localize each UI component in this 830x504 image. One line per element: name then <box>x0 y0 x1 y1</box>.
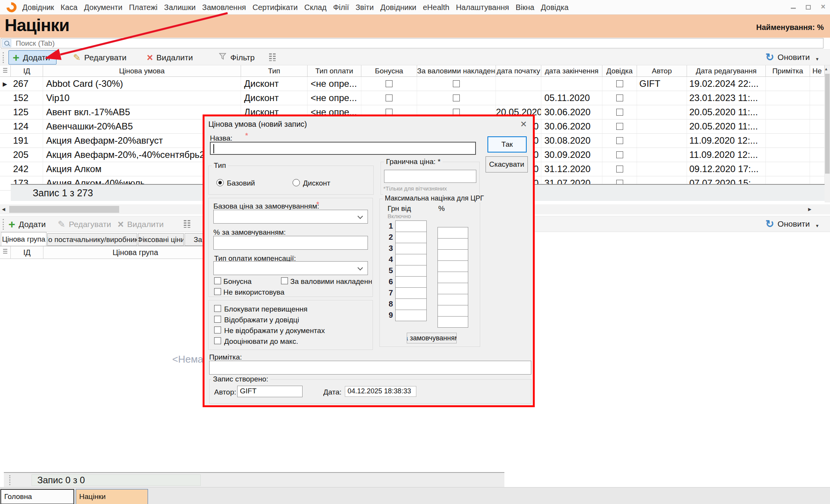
checkbox-not-used[interactable] <box>214 288 221 295</box>
scroll-up-icon[interactable]: ▴ <box>825 66 827 71</box>
crg-input-pct[interactable] <box>437 238 468 250</box>
checkbox-bonus[interactable] <box>386 94 393 101</box>
tab-2[interactable]: По постачальнику/виробнику <box>47 233 137 246</box>
base-price-combobox[interactable] <box>213 210 368 224</box>
crg-input-grn[interactable] <box>395 232 427 243</box>
column-header-id[interactable]: ІД <box>11 246 43 259</box>
checkbox-ref[interactable] <box>616 166 623 172</box>
search-icon[interactable] <box>2 39 11 47</box>
column-header-author[interactable]: Автор <box>637 65 687 76</box>
columns-button[interactable] <box>269 53 276 61</box>
crg-input-grn[interactable] <box>395 220 427 232</box>
date-input[interactable]: 04.12.2025 18:38:33 <box>345 386 416 397</box>
menu-item[interactable]: Документи <box>84 3 123 12</box>
checkbox-ref[interactable] <box>616 109 623 116</box>
menu-item[interactable]: Довідники <box>380 3 416 12</box>
checkbox-revalue-max[interactable] <box>214 337 221 344</box>
crg-default-button[interactable]: а замовчуванням <box>407 333 457 343</box>
column-header-gross[interactable]: За валовими накладенн... <box>417 65 496 76</box>
crg-input-grn[interactable] <box>395 310 427 321</box>
radio-discount[interactable] <box>293 179 300 186</box>
column-header-ds[interactable]: дата початку <box>496 65 541 76</box>
window-tab-Націнки[interactable]: Націнки <box>76 489 148 504</box>
crg-input-pct[interactable] <box>437 260 468 272</box>
menu-item[interactable]: eHealth <box>423 3 449 12</box>
dialog-close-icon[interactable]: × <box>521 118 527 130</box>
edit-button-bottom[interactable]: ✎ Редагувати <box>58 217 111 231</box>
menu-item[interactable]: Філії <box>333 3 349 12</box>
close-icon[interactable]: × <box>821 3 825 10</box>
menu-item[interactable]: Довідник <box>22 3 54 12</box>
search-input[interactable] <box>1 38 823 48</box>
column-header-bonus[interactable]: Бонусна <box>361 65 417 76</box>
column-header-pay[interactable]: Тип оплати <box>308 65 361 76</box>
delete-button[interactable]: × Видалити <box>147 50 193 65</box>
edit-button[interactable]: ✎ Редагувати <box>73 50 126 65</box>
scrollbar-thumb[interactable] <box>9 206 119 213</box>
crg-input-pct[interactable] <box>437 305 468 317</box>
crg-input-pct[interactable] <box>437 294 468 305</box>
name-input[interactable] <box>210 142 476 155</box>
checkbox-ref[interactable] <box>616 94 623 101</box>
ok-button[interactable]: Так <box>487 136 527 153</box>
tab-1[interactable]: Цінова група <box>1 232 47 246</box>
checkbox-ref[interactable] <box>616 123 623 130</box>
delete-button-bottom[interactable]: × Видалити <box>118 217 164 231</box>
scroll-right-icon[interactable]: ▸ <box>808 205 812 213</box>
crg-input-grn[interactable] <box>395 254 427 265</box>
refresh-button-bottom[interactable]: ↻ Оновити ▾ <box>765 219 818 229</box>
column-header-ne[interactable]: Не <box>810 65 825 76</box>
menu-item[interactable]: Замовлення <box>202 3 246 12</box>
author-input[interactable]: GIFT <box>237 386 303 397</box>
column-header-edited[interactable]: Дата редагування <box>687 65 766 76</box>
column-header-name[interactable]: Цінова умова <box>43 65 241 76</box>
radio-base[interactable] <box>216 179 224 186</box>
checkbox-gross[interactable] <box>281 277 288 284</box>
column-header-note[interactable]: Примітка <box>766 65 810 76</box>
note-input[interactable] <box>209 361 531 375</box>
menu-item[interactable]: Звіти <box>356 3 374 12</box>
checkbox-bonus[interactable] <box>386 80 393 87</box>
chevron-down-icon[interactable]: ▾ <box>816 56 818 62</box>
crg-input-grn[interactable] <box>395 287 427 299</box>
pay-type-combobox[interactable] <box>213 261 368 275</box>
refresh-button[interactable]: ↻ Оновити ▾ <box>765 53 818 62</box>
column-header-group[interactable]: Цінова група <box>43 246 228 259</box>
checkbox-show-in-guide[interactable] <box>214 316 221 323</box>
vertical-scrollbar[interactable]: ▴ <box>825 65 830 202</box>
column-header-ref[interactable]: Довідка <box>602 65 637 76</box>
add-button[interactable]: + Додати <box>8 50 57 65</box>
checkbox-gross[interactable] <box>453 94 460 101</box>
menu-item[interactable]: Платежі <box>129 3 157 12</box>
table-row[interactable]: ▶267Abbot Card (-30%)Дисконт<не опре...G… <box>0 77 825 91</box>
checkbox-ref[interactable] <box>616 137 623 144</box>
crg-input-grn[interactable] <box>395 243 427 254</box>
crg-input-pct[interactable] <box>437 316 468 328</box>
checkbox-hide-in-docs[interactable] <box>214 327 221 333</box>
crg-input-pct[interactable] <box>437 283 468 294</box>
checkbox-ref[interactable] <box>616 80 623 87</box>
crg-input-grn[interactable] <box>395 276 427 288</box>
menu-item[interactable]: Склад <box>304 3 326 12</box>
menu-item[interactable]: Каса <box>61 3 78 12</box>
column-header-type[interactable]: Тип <box>241 65 308 76</box>
columns-button-bottom[interactable] <box>184 220 190 228</box>
percent-input[interactable] <box>213 236 368 250</box>
scrollbar-thumb[interactable] <box>825 74 830 174</box>
crg-input-grn[interactable] <box>395 298 427 310</box>
crg-input-pct[interactable] <box>437 227 468 239</box>
limit-price-input[interactable] <box>384 170 476 183</box>
menu-item[interactable]: Сертифікати <box>253 3 298 12</box>
column-header-id[interactable]: ІД <box>11 65 43 76</box>
crg-input-grn[interactable] <box>395 265 427 277</box>
chevron-down-icon[interactable]: ▾ <box>816 223 818 229</box>
tab-3[interactable]: Фіксовані ціни <box>138 233 184 246</box>
checkbox-bonus[interactable] <box>214 277 221 284</box>
add-button-bottom[interactable]: + Додати <box>8 217 46 231</box>
scroll-left-icon[interactable]: ◂ <box>2 205 5 213</box>
table-row[interactable]: 152Vip10Дисконт<не опре...05.11.202023.0… <box>0 91 825 105</box>
menu-item[interactable]: Налаштування <box>456 3 509 12</box>
restore-icon[interactable] <box>806 5 811 10</box>
minimize-icon[interactable] <box>791 8 796 9</box>
checkbox-block-excess[interactable] <box>214 305 221 312</box>
